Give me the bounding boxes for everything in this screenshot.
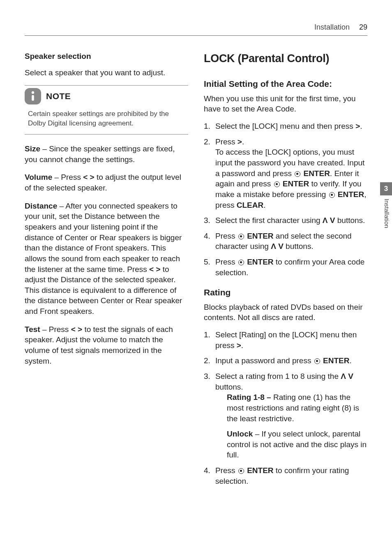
step-item: Press ENTER to confirm your Area code se… — [204, 257, 367, 278]
note-body: Certain speaker settings are prohibited … — [25, 108, 188, 135]
right-arrow-icon: > — [237, 341, 241, 350]
step-item: Input a password and press ENTER. — [204, 355, 367, 366]
up-down-arrows-icon: Λ V — [341, 372, 353, 381]
enter-icon — [295, 171, 300, 177]
step-item: Select a rating from 1 to 8 using the Λ … — [204, 371, 367, 460]
para-test: Test – Press < > to test the signals of … — [25, 324, 188, 367]
right-arrow-icon: > — [238, 137, 242, 146]
side-tab: 3 Installation — [380, 182, 392, 252]
step-item: Press ENTER to confirm your rating selec… — [204, 465, 367, 486]
up-down-arrows-icon: Λ V — [323, 216, 335, 225]
para-size: Size – Since the speaker settings are fi… — [25, 144, 188, 165]
step-item: Press >. To access the [LOCK] options, y… — [204, 137, 367, 210]
header-section: Installation — [314, 23, 350, 31]
heading-initial-setting: Initial Setting of the Area Code: — [204, 78, 367, 90]
para-distance: Distance – After you connected speakers … — [25, 201, 188, 317]
page-header: Installation 29 — [314, 22, 367, 32]
left-right-arrows-icon: < > — [71, 325, 82, 334]
left-right-arrows-icon: < > — [83, 173, 94, 181]
step-item: Select [Rating] on the [LOCK] menu then … — [204, 330, 367, 350]
left-column: Speaker selection Select a speaker that … — [25, 51, 188, 495]
para-rating: Blocks playback of rated DVDs based on t… — [204, 302, 367, 323]
right-arrow-icon: > — [355, 122, 360, 130]
label-volume: Volume — [25, 173, 52, 181]
enter-icon — [314, 358, 320, 364]
step-item: Select the [LOCK] menu and then press >. — [204, 121, 367, 132]
steps-area-code: Select the [LOCK] menu and then press >.… — [204, 121, 367, 278]
heading-rating: Rating — [204, 287, 367, 298]
header-rule — [25, 35, 367, 36]
enter-icon — [274, 181, 280, 187]
unlock-desc: Unlock – If you select unlock, parental … — [227, 429, 367, 460]
label-test: Test — [25, 325, 40, 334]
svg-point-0 — [32, 91, 34, 94]
para-initial-setting: When you use this unit for the first tim… — [204, 93, 367, 114]
para-volume: Volume – Press < > to adjust the output … — [25, 172, 188, 193]
note-title: NOTE — [46, 91, 71, 102]
rating-desc: Rating 1-8 – Rating one (1) has the most… — [227, 392, 367, 424]
label-distance: Distance — [25, 202, 57, 210]
enter-icon — [238, 468, 244, 474]
right-column: LOCK (Parental Control) Initial Setting … — [204, 51, 367, 495]
steps-rating: Select [Rating] on the [LOCK] menu then … — [204, 330, 367, 486]
label-size: Size — [25, 144, 40, 153]
note-icon — [25, 88, 41, 104]
left-right-arrows-icon: < > — [149, 265, 160, 274]
enter-icon — [238, 260, 244, 265]
up-down-arrows-icon: Λ V — [271, 242, 284, 251]
para-select-speaker: Select a speaker that you want to adjust… — [25, 67, 188, 78]
side-tab-number: 3 — [380, 182, 392, 195]
heading-lock: LOCK (Parental Control) — [204, 51, 367, 66]
enter-icon — [329, 192, 335, 198]
svg-rect-1 — [32, 95, 34, 101]
enter-icon — [238, 234, 244, 239]
side-tab-label: Installation — [380, 195, 391, 228]
header-page-number: 29 — [359, 23, 367, 31]
heading-speaker-selection: Speaker selection — [25, 51, 188, 62]
step-item: Select the first character using Λ V but… — [204, 215, 367, 226]
content-columns: Speaker selection Select a speaker that … — [25, 51, 367, 495]
note-box: NOTE Certain speaker settings are prohib… — [25, 85, 188, 135]
step-item: Press ENTER and select the second charac… — [204, 231, 367, 252]
